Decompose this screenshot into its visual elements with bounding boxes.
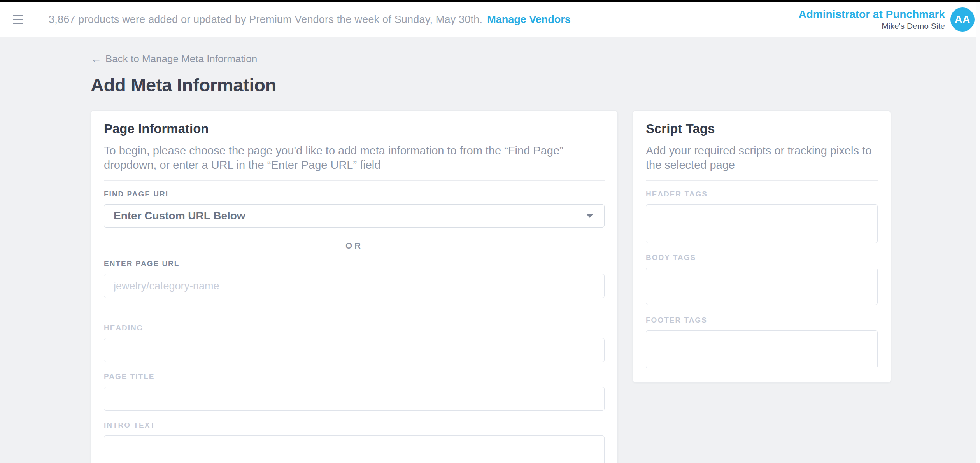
back-link[interactable]: ← Back to Manage Meta Information	[91, 53, 257, 65]
user-site-text: Mike's Demo Site	[798, 21, 945, 31]
enter-page-url-label: ENTER PAGE URL	[104, 260, 605, 268]
main-content: ← Back to Manage Meta Information Add Me…	[0, 37, 980, 463]
manage-vendors-link[interactable]: Manage Vendors	[487, 14, 571, 26]
body-tags-label: BODY TAGS	[646, 253, 878, 262]
intro-text-area[interactable]	[104, 435, 605, 463]
find-page-url-label: FIND PAGE URL	[104, 190, 605, 198]
page-title-input[interactable]	[104, 387, 605, 411]
header-tags-label: HEADER TAGS	[646, 190, 878, 198]
header-tags-area[interactable]	[646, 204, 878, 243]
intro-text-label: INTRO TEXT	[104, 421, 605, 430]
back-link-label: Back to Manage Meta Information	[105, 53, 257, 65]
divider	[104, 180, 605, 181]
vendor-notification-text: 3,867 products were added or updated by …	[49, 14, 482, 26]
heading-label: HEADING	[104, 324, 605, 332]
user-role-text[interactable]: Administrator at Punchmark	[798, 9, 945, 20]
page-information-description: To begin, please choose the page you'd l…	[104, 144, 605, 172]
footer-tags-label: FOOTER TAGS	[646, 316, 878, 324]
find-page-dropdown[interactable]: Enter Custom URL Below	[104, 204, 605, 228]
script-tags-title: Script Tags	[646, 121, 878, 137]
avatar[interactable]: AA	[950, 7, 975, 32]
find-page-dropdown-value: Enter Custom URL Below	[114, 210, 245, 222]
divider	[646, 180, 878, 181]
or-divider: OR	[164, 241, 544, 251]
user-meta: Administrator at Punchmark Mike's Demo S…	[798, 9, 945, 31]
app-header: 3,867 products were added or updated by …	[0, 2, 980, 37]
script-tags-card: Script Tags Add your required scripts or…	[633, 110, 891, 383]
footer-tags-area[interactable]	[646, 330, 878, 368]
body-tags-area[interactable]	[646, 268, 878, 305]
hamburger-menu-button[interactable]	[0, 2, 37, 37]
cards-row: Page Information To begin, please choose…	[91, 110, 980, 463]
back-arrow-icon: ←	[91, 54, 102, 65]
page-information-card: Page Information To begin, please choose…	[91, 110, 618, 463]
user-account-area: Administrator at Punchmark Mike's Demo S…	[798, 7, 980, 32]
enter-page-url-input[interactable]	[104, 274, 605, 298]
heading-input[interactable]	[104, 338, 605, 362]
or-divider-label: OR	[345, 241, 363, 251]
page-title: Add Meta Information	[91, 74, 980, 96]
script-tags-description: Add your required scripts or tracking pi…	[646, 144, 878, 172]
page-information-title: Page Information	[104, 121, 605, 137]
chevron-down-icon	[586, 214, 593, 218]
page-title-label: PAGE TITLE	[104, 372, 605, 381]
divider	[104, 309, 605, 309]
scrollbar-track[interactable]	[976, 2, 980, 463]
hamburger-icon	[13, 15, 23, 16]
